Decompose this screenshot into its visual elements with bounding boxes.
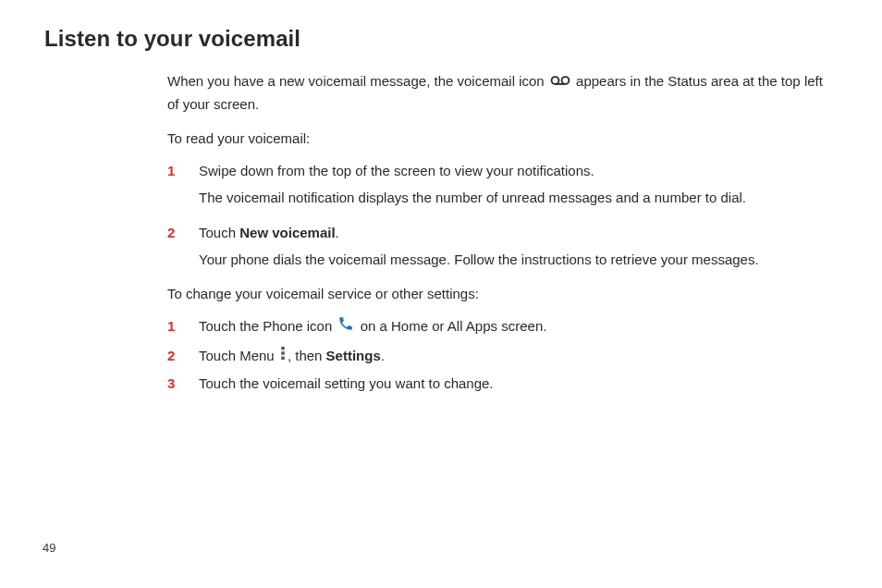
svg-rect-5 [281, 357, 285, 361]
step-text-bold: New voicemail [239, 225, 335, 240]
step-number: 1 [167, 315, 199, 337]
svg-point-1 [561, 77, 569, 84]
step-number: 1 [167, 160, 199, 181]
phone-icon [337, 315, 354, 337]
to-change-label: To change your voicemail service or othe… [167, 283, 838, 304]
content-body: When you have a new voicemail message, t… [167, 70, 838, 394]
step-number: 2 [167, 222, 199, 243]
svg-rect-4 [281, 351, 285, 355]
step-text: Touch the Phone icon on a Home or All Ap… [199, 315, 838, 338]
step-subtext: Your phone dials the voicemail message. … [199, 249, 838, 270]
step-text-pre: Touch Menu [199, 348, 278, 363]
step-text-post: on a Home or All Apps screen. [361, 318, 547, 334]
to-read-label: To read your voicemail: [167, 128, 838, 149]
step-text-pre: Touch [199, 225, 239, 240]
intro-text-before: When you have a new voicemail message, t… [167, 73, 548, 89]
step-row: 1 Swipe down from the top of the screen … [167, 160, 838, 181]
step-subtext: The voicemail notification displays the … [199, 187, 838, 208]
step-row: 3 Touch the voicemail setting you want t… [167, 373, 838, 394]
svg-rect-3 [281, 347, 285, 350]
step-text-bold: Settings [326, 348, 381, 363]
step-text-post: . [336, 225, 339, 240]
step-number: 3 [167, 373, 199, 394]
step-number: 2 [167, 345, 199, 366]
step-text-post: . [381, 348, 385, 363]
svg-point-0 [551, 77, 558, 84]
page-title: Listen to your voicemail [44, 26, 838, 52]
steps-change: 1 Touch the Phone icon on a Home or All … [167, 315, 838, 394]
voicemail-icon [550, 70, 570, 92]
step-text-pre: Touch the Phone icon [199, 318, 336, 334]
page-number: 49 [43, 541, 55, 555]
steps-read: 1 Swipe down from the top of the screen … [167, 160, 838, 270]
step-text: Touch New voicemail. [199, 222, 838, 243]
step-text: Touch Menu , then Settings. [199, 345, 838, 368]
step-text: Touch the voicemail setting you want to … [199, 373, 838, 394]
menu-icon [280, 345, 286, 366]
step-row: 1 Touch the Phone icon on a Home or All … [167, 315, 838, 338]
step-text: Swipe down from the top of the screen to… [199, 160, 838, 181]
step-text-mid: , then [288, 348, 326, 363]
intro-paragraph: When you have a new voicemail message, t… [167, 70, 838, 115]
step-row: 2 Touch New voicemail. [167, 222, 838, 243]
step-row: 2 Touch Menu , then Settings. [167, 345, 838, 368]
